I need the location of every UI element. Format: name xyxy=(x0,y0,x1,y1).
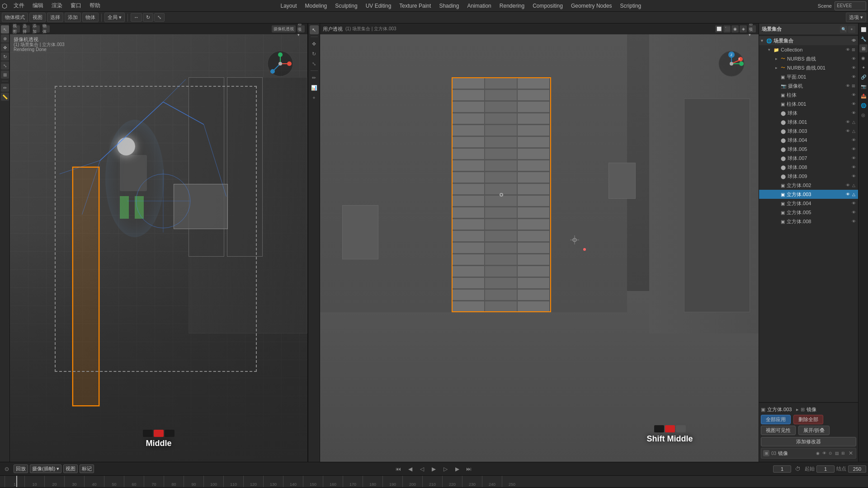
workspace-shading[interactable]: Shading xyxy=(435,2,462,10)
s004-eye[interactable]: 👁 xyxy=(851,137,856,143)
tree-column[interactable]: ▣ 柱体 👁 xyxy=(759,90,858,99)
cam-eye[interactable]: 👁 xyxy=(845,83,850,89)
mid-stats-tool[interactable]: 📊 xyxy=(310,83,319,92)
props-render-icon[interactable]: 📷 xyxy=(859,82,868,90)
workspace-geometry-nodes[interactable]: Geometry Nodes xyxy=(567,2,616,10)
right-vp-options[interactable]: 选项 ▾ xyxy=(749,25,756,33)
modifier-strip[interactable]: ⊞ 03 镜像 ◉ 👁 ⊙ ▤ ⊞ ✕ xyxy=(761,448,856,459)
c005-eye[interactable]: 👁 xyxy=(851,210,856,215)
object-btn[interactable]: 物体 xyxy=(82,13,99,22)
s001-eye[interactable]: 👁 xyxy=(845,119,850,125)
s003-render[interactable]: △ xyxy=(851,128,856,134)
menu-file[interactable]: 文件 xyxy=(10,1,28,10)
workspace-compositing[interactable]: Compositing xyxy=(529,2,566,10)
left-viewport-gizmo[interactable] xyxy=(267,50,294,77)
tree-nurbs-curve[interactable]: ▸ 〜 NURBS 曲线 👁 xyxy=(759,54,858,63)
apply-all-button[interactable]: 全部应用 xyxy=(761,415,791,424)
tree-collection[interactable]: ▾ 📁 Collection 👁 ⊞ xyxy=(759,45,858,54)
coll-eye-icon[interactable]: 👁 xyxy=(845,47,850,52)
plane-eye[interactable]: 👁 xyxy=(851,74,856,80)
select-btn[interactable]: 选择 xyxy=(47,13,63,22)
tree-cube-005[interactable]: ▣ 立方体.005 👁 xyxy=(759,208,858,217)
workspace-animation[interactable]: Animation xyxy=(463,2,495,10)
tree-cube-004[interactable]: ▣ 立方体.004 👁 xyxy=(759,199,858,208)
transform-rotate[interactable]: ↻ xyxy=(143,13,153,22)
tl-next-frame[interactable]: ▶ xyxy=(452,464,462,474)
menu-edit[interactable]: 编辑 xyxy=(29,1,47,10)
tree-sphere[interactable]: ⬤ 球体 👁 xyxy=(759,108,858,117)
mid-cursor-tool[interactable]: ↖ xyxy=(310,25,319,34)
n001-expand[interactable]: ▸ xyxy=(775,66,780,70)
menu-render[interactable]: 渲染 xyxy=(48,1,66,10)
tree-sphere-003[interactable]: ⬤ 球体.003 👁 △ xyxy=(759,127,858,136)
modifier-close[interactable]: ✕ xyxy=(848,450,854,456)
right-viewport[interactable]: 用户透视 (1) 场景集合 | 立方体.003 ⬜ ⬛ ◉ ◈ 选项 ▾ xyxy=(320,23,759,462)
select-mode-dropdown[interactable]: 选项 ▾ xyxy=(846,13,866,22)
tl-end-frame[interactable] xyxy=(848,465,866,473)
mid-scale-tool[interactable]: ⤡ xyxy=(310,59,319,68)
nurbs-eye[interactable]: 👁 xyxy=(851,56,856,61)
view-btn[interactable]: 视图 xyxy=(29,13,46,22)
co001-eye[interactable]: 👁 xyxy=(851,101,856,107)
tree-scene-collection[interactable]: ▾ 🌐 场景集合 👁 xyxy=(759,36,858,45)
props-output-icon[interactable]: 📤 xyxy=(859,92,868,100)
expand-button[interactable]: 展开/折叠 xyxy=(798,426,830,435)
props-mesh-icon[interactable]: ⊞ xyxy=(859,44,868,52)
left-vp-view-menu[interactable]: 视图 xyxy=(13,25,20,33)
scene-tree-filter[interactable]: 🔍 xyxy=(840,26,847,33)
tree-sphere-005[interactable]: ⬤ 球体.005 👁 xyxy=(759,145,858,154)
tl-mode2-dropdown[interactable]: 摄像(插帧) ▾ xyxy=(30,465,61,473)
mode-dropdown[interactable]: 物体模式 xyxy=(2,13,28,22)
workspace-scripting[interactable]: Scripting xyxy=(617,2,645,10)
tree-sphere-009[interactable]: ⬤ 球体.009 👁 xyxy=(759,172,858,181)
s005-eye[interactable]: 👁 xyxy=(851,146,856,152)
add-modifier-button[interactable]: 添加修改器 xyxy=(761,437,856,446)
transform-move[interactable]: ↔ xyxy=(131,13,142,22)
props-modifier-icon[interactable]: 🔧 xyxy=(859,35,868,43)
mod-icon1[interactable]: ◉ xyxy=(815,450,821,456)
right-vp-wireframe[interactable]: ⬜ xyxy=(715,25,722,33)
scene-tree-add[interactable]: + xyxy=(848,26,855,33)
props-particles-icon[interactable]: ✦ xyxy=(859,63,868,71)
c008-eye[interactable]: 👁 xyxy=(851,219,856,224)
render-engine-selector[interactable]: EEVEE xyxy=(835,1,866,10)
s001-render[interactable]: △ xyxy=(851,119,856,125)
tree-sphere-001[interactable]: ⬤ 球体.001 👁 △ xyxy=(759,117,858,127)
col-eye[interactable]: 👁 xyxy=(851,92,856,98)
tl-skip-start[interactable]: ⏮ xyxy=(393,464,403,474)
tool-rotate[interactable]: ↻ xyxy=(1,52,9,61)
mod-icon2[interactable]: 👁 xyxy=(821,450,827,456)
left-vp-object-menu[interactable]: 物体 xyxy=(42,25,50,33)
eye-icon[interactable]: 👁 xyxy=(851,38,856,43)
tl-mode-dropdown[interactable]: 回放 xyxy=(14,465,28,473)
mid-rotate-tool[interactable]: ↻ xyxy=(310,49,319,58)
s007-eye[interactable]: 👁 xyxy=(851,155,856,161)
tool-select[interactable]: ↖ xyxy=(1,25,9,33)
tree-column-001[interactable]: ▣ 柱体.001 👁 xyxy=(759,99,858,108)
workspace-texture-paint[interactable]: Texture Paint xyxy=(396,2,434,10)
tree-nurbs-001[interactable]: ▸ 〜 NURBS 曲线.001 👁 xyxy=(759,63,858,72)
timeline-scrubber[interactable]: 1 10 20 30 40 50 60 70 80 90 100 110 120… xyxy=(0,475,868,487)
right-vp-solid[interactable]: ⬛ xyxy=(723,25,731,33)
tl-next-key[interactable]: ▷ xyxy=(440,464,450,474)
tree-cube-002[interactable]: ▣ 立方体.002 👁△ xyxy=(759,181,858,190)
transform-scale[interactable]: ⤡ xyxy=(154,13,165,22)
workspace-sculpting[interactable]: Sculpting xyxy=(331,2,361,10)
scene-selector[interactable]: Scene xyxy=(818,3,832,9)
left-vp-mode[interactable]: 摄像机透视 xyxy=(272,25,296,33)
tree-plane-001[interactable]: ▣ 平面.001 👁 xyxy=(759,72,858,81)
tl-skip-end[interactable]: ⏭ xyxy=(464,464,474,474)
right-viewport-gizmo[interactable]: X Z xyxy=(718,50,745,77)
left-scene[interactable]: Middle xyxy=(10,34,307,462)
left-vp-add-menu[interactable]: 添加 xyxy=(33,25,40,33)
tl-prev-frame[interactable]: ◀ xyxy=(405,464,415,474)
tool-measure[interactable]: 📏 xyxy=(1,93,9,101)
props-world-icon[interactable]: ◎ xyxy=(859,111,868,119)
c004-eye[interactable]: 👁 xyxy=(851,201,856,206)
tree-camera[interactable]: 📷 摄像机 👁 ⊞ xyxy=(759,81,858,90)
mid-annotate-tool[interactable]: ✏ xyxy=(310,73,319,82)
n001-eye[interactable]: 👁 xyxy=(851,65,856,70)
right-scene[interactable]: X Z xyxy=(320,34,759,462)
tl-play[interactable]: ▶ xyxy=(429,464,439,474)
cam-render[interactable]: ⊞ xyxy=(851,83,856,89)
